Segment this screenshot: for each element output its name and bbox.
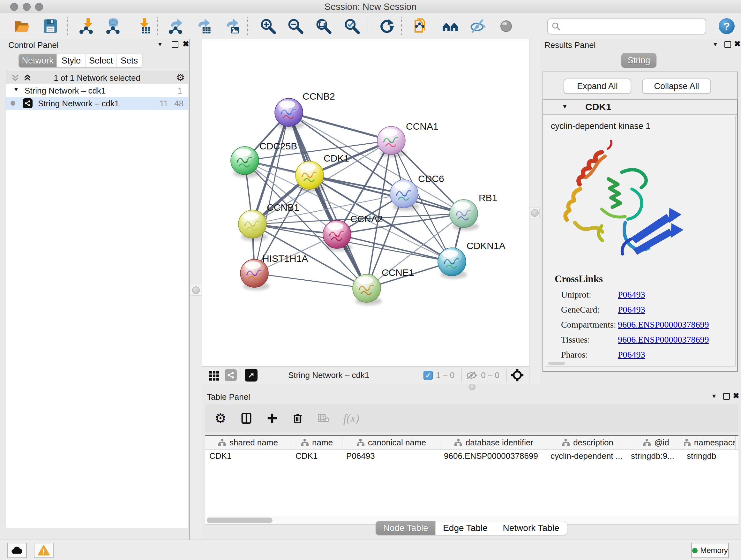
save-session-button[interactable]: [40, 16, 61, 37]
results-panel-menu-icon[interactable]: ▼: [712, 40, 718, 49]
warnings-button[interactable]: [34, 543, 54, 558]
network-row-selected[interactable]: String Network – cdk1 11 48: [6, 97, 188, 110]
network-view-panel[interactable]: CCNB2 CCNA1 CDC25B CDK1: [202, 39, 529, 384]
node-CCNA1[interactable]: CCNA1: [377, 121, 439, 158]
network-overview-icon[interactable]: [225, 369, 237, 381]
cloud-status-button[interactable]: [7, 543, 27, 558]
right-splitter[interactable]: [529, 39, 541, 384]
column-header-description[interactable]: description: [547, 436, 628, 449]
column-header-databaseidentifier[interactable]: database identifier: [441, 436, 547, 449]
table-panel-float-icon[interactable]: [723, 393, 730, 400]
gene-section-header[interactable]: ▼ CDK1: [543, 100, 737, 115]
tab-sets[interactable]: Sets: [116, 54, 142, 67]
network-collection-row[interactable]: ▼ String Network – cdk1 1: [6, 84, 188, 97]
export-network-button[interactable]: [165, 16, 186, 37]
export-table-button[interactable]: [193, 16, 214, 37]
hide-selected-button[interactable]: [467, 16, 488, 37]
crosslink-link[interactable]: 9606.ENSP00000378699: [618, 320, 709, 330]
zoom-fit-icon: [315, 17, 332, 35]
network-list-options-gear-icon[interactable]: ⚙: [176, 72, 185, 83]
collapse-all-button[interactable]: Collapse All: [642, 78, 711, 94]
column-header-namespace[interactable]: namespace: [684, 436, 736, 449]
show-columns-icon[interactable]: [240, 412, 253, 425]
node-CDC6[interactable]: CDC6: [390, 173, 444, 211]
horizontal-splitter[interactable]: [202, 384, 741, 390]
table-row[interactable]: CDK1CDK1P064939606.ENSP00000378699cyclin…: [205, 449, 738, 462]
zoom-selected-button[interactable]: [341, 16, 362, 37]
open-session-button[interactable]: [11, 16, 32, 37]
column-header-id[interactable]: @id: [628, 436, 684, 449]
import-table-button[interactable]: [132, 16, 153, 37]
table-mode-gear-icon[interactable]: ⚙: [214, 411, 226, 426]
crosslink-link[interactable]: 9606.ENSP00000378699: [618, 334, 709, 345]
column-header-sharedname[interactable]: shared name: [205, 436, 291, 449]
crosslinks-heading: CrossLinks: [555, 273, 709, 285]
column-header-canonicalname[interactable]: canonical name: [342, 436, 441, 449]
crosslink-link[interactable]: P06493: [618, 305, 645, 315]
splitter-handle-icon[interactable]: [469, 384, 475, 390]
splitter-handle-icon[interactable]: [192, 287, 200, 294]
tab-edge-table[interactable]: Edge Table: [435, 521, 495, 535]
results-panel-float-icon[interactable]: [724, 41, 731, 48]
crosslink-link[interactable]: P06493: [618, 350, 645, 360]
network-canvas[interactable]: CCNB2 CCNA1 CDC25B CDK1: [202, 39, 529, 367]
node-HIST1H1A[interactable]: HIST1H1A: [240, 253, 308, 290]
expand-all-button[interactable]: Expand All: [563, 78, 631, 94]
results-scrollbar-thumb[interactable]: [548, 362, 565, 365]
export-image-button[interactable]: [221, 16, 242, 37]
show-all-networks-button[interactable]: [440, 16, 461, 37]
gene-section-body: cyclin-dependent kinase 1: [545, 116, 736, 367]
search-input[interactable]: [562, 20, 701, 33]
tab-network-table[interactable]: Network Table: [495, 521, 567, 535]
delete-column-trash-icon[interactable]: [292, 412, 304, 424]
help-button[interactable]: ?: [719, 18, 735, 34]
search-box[interactable]: [547, 18, 706, 35]
node-RB1[interactable]: RB1: [450, 192, 497, 231]
edge-CCNB2-CCNA1[interactable]: [289, 112, 391, 140]
left-splitter[interactable]: [189, 39, 202, 540]
table-panel-close-icon[interactable]: ✖: [733, 391, 739, 400]
import-network-file-button[interactable]: [76, 16, 97, 37]
table-panel-menu-icon[interactable]: ▼: [711, 391, 717, 401]
tab-select[interactable]: Select: [85, 54, 116, 67]
node-CDKN1A[interactable]: CDKN1A: [438, 240, 506, 279]
tab-style[interactable]: Style: [57, 54, 85, 67]
edge-CCNA2-CDKN1A[interactable]: [337, 234, 452, 262]
document-share-icon: [412, 17, 429, 35]
column-type-icon: [300, 439, 309, 446]
selected-checkbox-icon[interactable]: ✓: [423, 371, 433, 380]
apply-layout-button[interactable]: [376, 16, 397, 37]
grid-view-icon[interactable]: [209, 370, 219, 381]
control-panel-menu-icon[interactable]: ▼: [157, 40, 163, 49]
tab-string[interactable]: String: [621, 53, 657, 68]
pan-crosshair-icon[interactable]: [511, 368, 524, 382]
node-CCNB1[interactable]: CCNB1: [239, 202, 299, 241]
control-panel-close-icon[interactable]: ✖: [183, 40, 189, 48]
memory-button[interactable]: Memory: [691, 543, 729, 558]
show-selected-button[interactable]: [495, 16, 517, 37]
crosslink-link[interactable]: P06493: [618, 290, 645, 300]
section-collapse-triangle-icon[interactable]: ▼: [562, 103, 568, 110]
share-network-button[interactable]: [410, 16, 431, 37]
column-header-name[interactable]: name: [291, 436, 342, 449]
cloud-icon: [11, 546, 23, 555]
edge-CCNB2-HIST1H1A[interactable]: [254, 112, 289, 273]
node-table[interactable]: shared name name canonical name database…: [205, 435, 738, 525]
tab-node-table[interactable]: Node Table: [376, 521, 435, 535]
node-CCNE1[interactable]: CCNE1: [353, 267, 414, 305]
collection-expand-triangle-icon[interactable]: ▼: [13, 86, 19, 93]
crosslink-row: Pharos: P06493: [555, 350, 709, 360]
zoom-out-button[interactable]: [285, 16, 306, 37]
edge-HIST1H1A-CCNE1[interactable]: [254, 273, 367, 288]
import-network-database-button[interactable]: [103, 16, 124, 37]
control-panel-float-icon[interactable]: [172, 41, 179, 48]
main-toolbar: ?: [0, 13, 741, 40]
splitter-handle-icon[interactable]: [531, 209, 539, 217]
tab-network[interactable]: Network: [19, 54, 57, 67]
results-panel-close-icon[interactable]: ✖: [734, 40, 741, 48]
create-column-icon[interactable]: [266, 412, 278, 424]
node-CDC25B[interactable]: CDC25B: [231, 141, 297, 178]
zoom-fit-button[interactable]: [313, 16, 334, 37]
detach-view-icon[interactable]: [245, 369, 258, 381]
zoom-in-button[interactable]: [258, 16, 279, 37]
